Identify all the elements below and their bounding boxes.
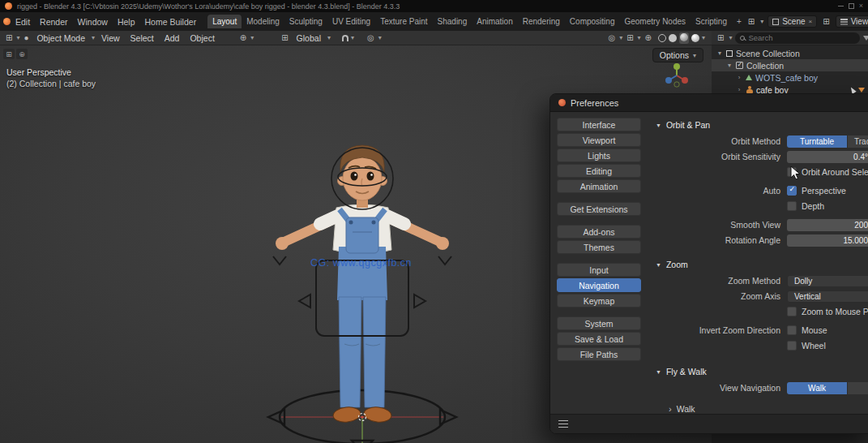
orbit-method-turntable-button[interactable]: Turntable: [787, 135, 847, 148]
maximize-icon[interactable]: [849, 3, 854, 9]
transform-pivot-icon[interactable]: ⊕: [238, 33, 248, 42]
filter-icon[interactable]: [863, 36, 868, 41]
show-gizmo-icon[interactable]: ◎: [606, 33, 617, 42]
view-navigation-walk-button[interactable]: Walk: [787, 382, 847, 394]
scene-selector[interactable]: Scene ×: [768, 15, 817, 28]
blender-menu-icon[interactable]: [3, 18, 11, 25]
outliner-search[interactable]: [735, 32, 860, 44]
gizmo-caret-icon[interactable]: ▾: [619, 34, 622, 41]
navigation-gizmo[interactable]: [663, 62, 691, 89]
tab-layout[interactable]: Layout: [207, 15, 242, 28]
sidebar-item-keymap[interactable]: Keymap: [557, 294, 641, 308]
shading-solid-icon[interactable]: [669, 34, 677, 42]
sidebar-item-interface[interactable]: Interface: [557, 118, 641, 131]
expand-caret-icon[interactable]: ▾: [726, 62, 733, 69]
menu-help[interactable]: Help: [113, 15, 140, 28]
tree-row-wots-cafe-boy[interactable]: › WOTS_cafe boy: [712, 71, 868, 84]
outliner-mode-caret-icon[interactable]: ▾: [729, 34, 732, 41]
menu-add[interactable]: Add: [160, 32, 184, 44]
menu-window[interactable]: Window: [73, 15, 113, 28]
tab-compositing[interactable]: Compositing: [565, 15, 620, 28]
browse-viewlayer-icon[interactable]: ⊞: [821, 17, 831, 26]
sidebar-item-navigation[interactable]: Navigation: [557, 278, 641, 292]
character-cafe-boy[interactable]: [241, 141, 484, 443]
shading-caret-icon[interactable]: ▾: [702, 34, 705, 41]
unlink-scene-icon[interactable]: ×: [809, 18, 813, 25]
transform-orientation-selector[interactable]: Global: [293, 32, 325, 44]
add-workspace-button[interactable]: +: [732, 15, 746, 28]
smooth-view-field[interactable]: 200: [787, 219, 868, 231]
sidebar-item-system[interactable]: System: [557, 316, 641, 330]
search-input[interactable]: [748, 33, 855, 42]
close-icon[interactable]: ×: [859, 3, 863, 9]
auto-depth-checkbox[interactable]: [787, 201, 797, 211]
view-navigation-fly-button[interactable]: [848, 382, 868, 394]
options-button[interactable]: Options ▾: [652, 48, 703, 62]
menu-select[interactable]: Select: [126, 32, 158, 44]
invert-zoom-mouse-checkbox[interactable]: [787, 325, 797, 335]
tree-row-collection[interactable]: ▾ Collection: [712, 59, 868, 71]
tab-modeling[interactable]: Modeling: [242, 15, 284, 28]
scene-browse-caret-icon[interactable]: ▾: [760, 18, 763, 25]
pivot-caret-icon[interactable]: ▾: [250, 34, 254, 41]
shading-rendered-icon[interactable]: [691, 34, 699, 42]
orbit-method-trackball-button[interactable]: Trackball: [848, 135, 868, 148]
menu-object[interactable]: Object: [186, 32, 218, 44]
hamburger-menu-icon[interactable]: [558, 420, 568, 428]
preferences-titlebar[interactable]: Preferences: [550, 94, 868, 112]
browse-scene-icon[interactable]: ⊞: [746, 17, 756, 26]
collection-checkbox-icon[interactable]: [736, 62, 743, 69]
menu-view[interactable]: View: [97, 32, 124, 44]
proportional-caret-icon[interactable]: ▾: [378, 34, 382, 41]
sidebar-item-animation[interactable]: Animation: [557, 179, 641, 193]
outliner-display-mode-icon[interactable]: ⊞: [716, 33, 725, 42]
rotation-angle-field[interactable]: 15.000: [787, 234, 868, 247]
sidebar-item-editing[interactable]: Editing: [557, 164, 641, 178]
menu-render[interactable]: Render: [35, 15, 72, 28]
tab-geometry-nodes[interactable]: Geometry Nodes: [619, 15, 691, 28]
orbit-sensitivity-field[interactable]: 0.4°: [787, 151, 868, 163]
overlays-icon[interactable]: ⊞: [625, 33, 635, 42]
menu-edit[interactable]: Edit: [11, 15, 35, 28]
tree-row-scene-collection[interactable]: ▾ Scene Collection: [712, 47, 868, 59]
snap-magnet-icon[interactable]: [342, 35, 348, 41]
collapse-caret-icon[interactable]: ›: [736, 86, 742, 93]
tab-texture-paint[interactable]: Texture Paint: [375, 15, 432, 28]
menu-home-builder[interactable]: Home Builder: [140, 15, 202, 28]
tab-shading[interactable]: Shading: [433, 15, 472, 28]
sidebar-item-file-paths[interactable]: File Paths: [557, 347, 641, 361]
tab-uv-editing[interactable]: UV Editing: [327, 15, 375, 28]
shading-material-icon[interactable]: [680, 33, 688, 41]
sidebar-item-themes[interactable]: Themes: [557, 240, 641, 254]
sidebar-item-lights[interactable]: Lights: [557, 148, 641, 162]
minimize-icon[interactable]: [838, 6, 844, 6]
tool-cursor-icon[interactable]: ⊕: [16, 49, 28, 59]
tab-scripting[interactable]: Scripting: [691, 15, 732, 28]
zoom-axis-dropdown[interactable]: Vertical: [787, 290, 868, 303]
section-orbit-pan[interactable]: ▼ Orbit & Pan: [644, 116, 868, 134]
editor-type-icon[interactable]: ⊞: [4, 33, 14, 42]
sidebar-item-save-load[interactable]: Save & Load: [557, 332, 641, 346]
invert-zoom-wheel-checkbox[interactable]: [787, 341, 797, 351]
mode-caret-icon[interactable]: ▾: [92, 34, 95, 41]
sidebar-item-get-extensions[interactable]: Get Extensions: [557, 202, 641, 216]
auto-perspective-checkbox[interactable]: [787, 186, 797, 196]
orientation-caret-icon[interactable]: ▾: [327, 34, 331, 41]
tool-select-icon[interactable]: ⊞: [3, 49, 15, 59]
tab-rendering[interactable]: Rendering: [518, 15, 565, 28]
sidebar-item-input[interactable]: Input: [557, 263, 641, 277]
proportional-edit-icon[interactable]: ◎: [366, 33, 376, 42]
armature-filter-icon[interactable]: [858, 88, 865, 92]
selectable-toggle-icon[interactable]: [849, 86, 856, 94]
mode-selector[interactable]: Object Mode: [32, 32, 89, 44]
editor-type-caret-icon[interactable]: ▾: [16, 34, 19, 41]
section-zoom[interactable]: ▼ Zoom: [644, 256, 868, 273]
zoom-to-mouse-checkbox[interactable]: [787, 307, 797, 316]
snap-caret-icon[interactable]: ▾: [351, 34, 354, 41]
collapse-caret-icon[interactable]: ›: [736, 74, 742, 81]
sidebar-item-addons[interactable]: Add-ons: [557, 225, 641, 239]
tab-animation[interactable]: Animation: [472, 15, 517, 28]
xray-toggle-icon[interactable]: ⊕: [644, 33, 653, 42]
tab-sculpting[interactable]: Sculpting: [284, 15, 327, 28]
shading-wireframe-icon[interactable]: [658, 34, 666, 42]
